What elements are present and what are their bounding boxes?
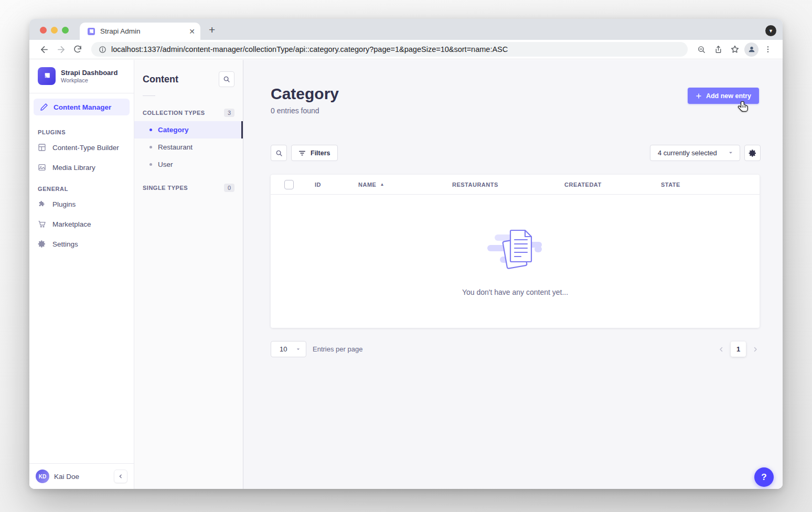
- search-icon: [223, 76, 230, 83]
- url-bar[interactable]: localhost:1337/admin/content-manager/col…: [91, 42, 688, 57]
- close-tab-icon[interactable]: ✕: [189, 27, 195, 36]
- zoom-search-icon[interactable]: [694, 42, 709, 57]
- bullet-icon: [149, 129, 152, 131]
- strapi-logo-icon: [38, 67, 56, 85]
- column-header-id[interactable]: ID: [315, 182, 358, 188]
- user-footer: KD Kai Doe: [29, 463, 134, 489]
- table-header-row: ID NAME ▲ RESTAURANTS CREATEDAT STATE: [271, 175, 760, 195]
- sidebar-item-plugins[interactable]: Plugins: [29, 194, 134, 214]
- search-content-types-button[interactable]: [219, 71, 234, 87]
- browser-menu-icon[interactable]: [761, 42, 775, 57]
- column-header-state[interactable]: STATE: [661, 182, 751, 188]
- entries-per-page-select[interactable]: 10: [271, 341, 306, 357]
- collapse-sidebar-button[interactable]: [114, 470, 127, 483]
- image-icon: [38, 163, 46, 172]
- gear-icon: [38, 240, 46, 248]
- collection-type-user[interactable]: User: [134, 156, 243, 173]
- sidebar-item-label: Plugins: [52, 200, 76, 208]
- pagination-bar: 10 Entries per page 1: [271, 341, 758, 357]
- sidebar-item-marketplace[interactable]: Marketplace: [29, 214, 134, 234]
- layout-grid-icon: [38, 143, 46, 152]
- sidebar-item-content-manager[interactable]: Content Manager: [34, 99, 130, 115]
- record-indicator-icon[interactable]: ▼: [765, 25, 776, 36]
- column-header-createdat[interactable]: CREATEDAT: [564, 182, 661, 188]
- collection-types-count-badge: 3: [224, 109, 234, 117]
- forward-button[interactable]: [54, 42, 68, 57]
- app-name: Strapi Dashboard: [61, 69, 117, 77]
- strapi-admin-app: Strapi Dashboard Workplace Content Manag…: [29, 60, 783, 489]
- browser-tab-strip: Strapi Admin ✕ + ▼: [29, 19, 783, 40]
- table-actions-bar: Filters 4 currently selected: [271, 145, 761, 161]
- collection-type-restaurant[interactable]: Restaurant: [134, 138, 243, 156]
- plus-icon: [696, 93, 702, 99]
- column-header-restaurants[interactable]: RESTAURANTS: [452, 182, 564, 188]
- user-name: Kai Doe: [54, 473, 109, 481]
- url-text: localhost:1337/admin/content-manager/col…: [111, 45, 508, 54]
- empty-state: You don't have any content yet...: [271, 195, 760, 328]
- sidebar-item-label: Content-Type Builder: [52, 144, 119, 152]
- bullet-icon: [149, 163, 152, 166]
- search-entries-button[interactable]: [271, 145, 287, 161]
- entries-count: 0 entries found: [271, 106, 319, 115]
- fields-selected-dropdown[interactable]: 4 currently selected: [650, 145, 740, 161]
- site-info-icon[interactable]: [99, 46, 106, 54]
- workspace-name: Workplace: [61, 77, 117, 83]
- bullet-icon: [149, 146, 152, 148]
- strapi-favicon: [87, 27, 95, 36]
- maximize-window-button[interactable]: [62, 27, 69, 34]
- browser-window: Strapi Admin ✕ + ▼ localhost:1337/admin/…: [29, 19, 783, 489]
- content-types-panel: Content COLLECTION TYPES 3 Category Rest…: [134, 60, 243, 489]
- browser-profile-avatar[interactable]: [744, 42, 758, 57]
- share-icon[interactable]: [711, 42, 725, 57]
- table-settings-button[interactable]: [744, 145, 761, 161]
- workspace-brand[interactable]: Strapi Dashboard Workplace: [29, 60, 134, 93]
- single-types-count-badge: 0: [224, 184, 234, 192]
- panel-title: Content: [143, 74, 178, 85]
- sidebar-item-label: Content Manager: [54, 103, 111, 111]
- collection-types-label: COLLECTION TYPES: [143, 110, 205, 116]
- sidebar-item-settings[interactable]: Settings: [29, 234, 134, 254]
- collection-type-category[interactable]: Category: [134, 121, 243, 138]
- add-new-entry-button[interactable]: Add new entry: [688, 88, 759, 104]
- page-title: Category: [271, 85, 339, 103]
- user-avatar[interactable]: KD: [36, 470, 49, 483]
- page-number-button[interactable]: 1: [731, 342, 746, 357]
- divider: [143, 95, 155, 96]
- reload-button[interactable]: [70, 42, 85, 57]
- chevron-down-icon: [728, 149, 733, 157]
- sidebar-item-content-type-builder[interactable]: Content-Type Builder: [29, 137, 134, 157]
- column-header-name[interactable]: NAME ▲: [358, 182, 452, 188]
- puzzle-icon: [38, 200, 46, 208]
- new-tab-button[interactable]: +: [209, 24, 215, 36]
- divider: [29, 93, 134, 93]
- section-label-plugins: PLUGINS: [29, 121, 134, 137]
- select-all-checkbox[interactable]: [284, 180, 294, 189]
- back-button[interactable]: [37, 42, 51, 57]
- cart-icon: [38, 220, 46, 228]
- chevron-down-icon: [296, 345, 301, 353]
- entries-per-page-value: 10: [280, 345, 287, 353]
- previous-page-button[interactable]: [718, 346, 724, 353]
- help-button[interactable]: ?: [754, 467, 774, 487]
- filters-button[interactable]: Filters: [291, 145, 338, 161]
- bookmark-star-icon[interactable]: [728, 42, 742, 57]
- empty-documents-illustration: [482, 226, 548, 274]
- close-window-button[interactable]: [40, 27, 47, 34]
- browser-tab[interactable]: Strapi Admin ✕: [80, 23, 200, 40]
- empty-state-message: You don't have any content yet...: [462, 288, 568, 296]
- pen-icon: [40, 103, 48, 111]
- minimize-window-button[interactable]: [51, 27, 58, 34]
- browser-toolbar: localhost:1337/admin/content-manager/col…: [29, 40, 783, 59]
- gear-icon: [749, 149, 757, 157]
- next-page-button[interactable]: [752, 346, 758, 353]
- single-types-label: SINGLE TYPES: [143, 185, 188, 191]
- sort-ascending-icon: ▲: [380, 182, 384, 187]
- main-content: Category 0 entries found Add new entry F…: [243, 60, 783, 489]
- chevron-left-icon: [118, 474, 123, 479]
- add-new-entry-label: Add new entry: [706, 92, 751, 100]
- entries-table: ID NAME ▲ RESTAURANTS CREATEDAT STATE: [271, 175, 760, 328]
- filter-icon: [298, 150, 306, 156]
- sidebar-item-label: Marketplace: [52, 220, 91, 228]
- sidebar-item-media-library[interactable]: Media Library: [29, 157, 134, 177]
- fields-selected-value: 4 currently selected: [658, 149, 717, 157]
